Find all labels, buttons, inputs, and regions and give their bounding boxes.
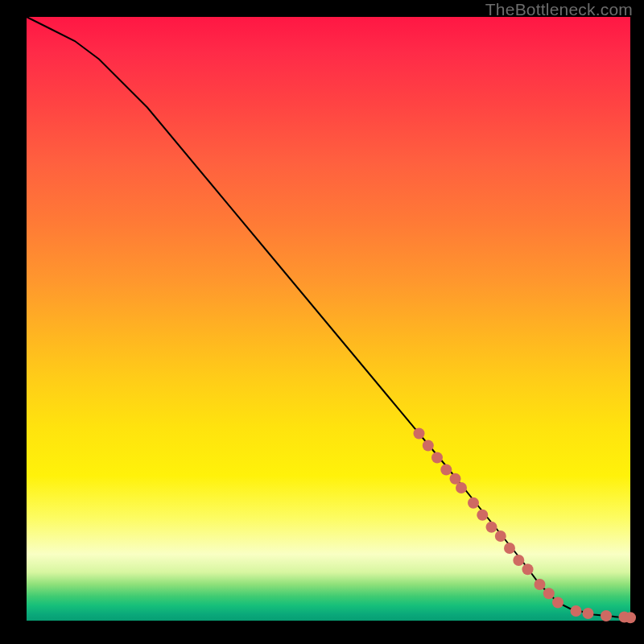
data-point — [513, 555, 524, 566]
data-point — [571, 605, 582, 617]
data-point — [414, 428, 425, 440]
chart-frame: TheBottleneck.com — [0, 0, 644, 644]
data-point — [431, 452, 443, 464]
data-point — [477, 510, 488, 521]
data-point — [456, 482, 467, 493]
data-point — [535, 579, 546, 590]
data-point — [583, 608, 594, 619]
bottleneck-points-group — [414, 428, 637, 624]
data-point — [522, 564, 534, 575]
data-point — [504, 543, 515, 554]
data-point — [468, 497, 479, 509]
data-point — [486, 522, 497, 533]
data-point — [423, 440, 434, 452]
data-point — [625, 612, 636, 623]
data-point — [543, 588, 555, 599]
data-point — [601, 610, 612, 621]
data-point — [552, 597, 564, 609]
chart-svg — [27, 17, 630, 621]
bottleneck-curve — [27, 17, 630, 617]
plot-area — [27, 17, 630, 621]
data-point — [440, 464, 452, 476]
data-point — [495, 530, 506, 542]
